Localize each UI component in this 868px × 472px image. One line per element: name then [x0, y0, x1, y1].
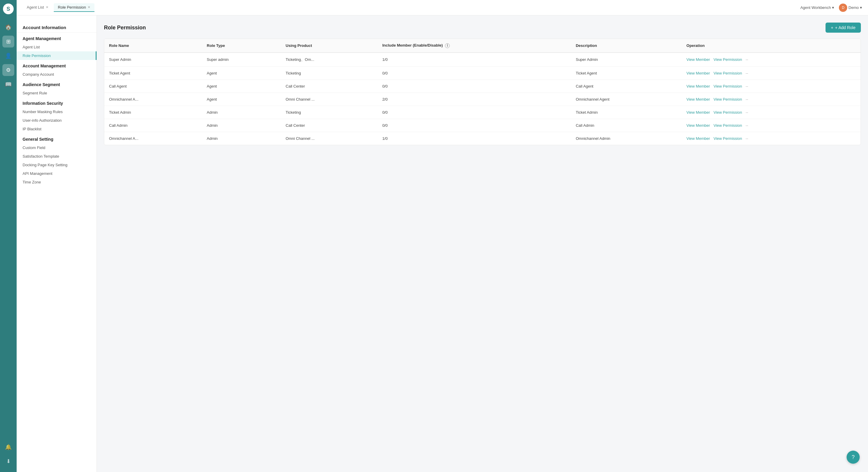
view-permission-btn[interactable]: View Permission: [714, 136, 742, 141]
view-permission-btn[interactable]: View Permission: [714, 110, 742, 114]
view-member-btn[interactable]: View Member: [686, 123, 710, 128]
tab-role-permission[interactable]: Role Permission ✕: [54, 3, 95, 12]
cell-role-name: Call Admin: [104, 119, 202, 132]
view-member-btn[interactable]: View Member: [686, 71, 710, 75]
sidebar-item-docking-page[interactable]: Docking Page Key Setting: [17, 161, 97, 169]
sidebar-item-segment-rule[interactable]: Segment Rule: [17, 89, 97, 97]
nav-book-icon[interactable]: 📖: [2, 78, 14, 90]
sidebar-section-general-setting: General Setting: [17, 134, 97, 143]
table-row: Call Admin Admin Call Center 0/0 Call Ad…: [104, 119, 861, 132]
cell-role-type: Admin: [202, 132, 281, 145]
nav-home-icon[interactable]: 🏠: [2, 21, 14, 33]
nav-settings-icon[interactable]: ⚙: [2, 64, 14, 76]
table-row: Super Admin Super admin Ticketing、Om... …: [104, 53, 861, 67]
icon-bar: S 🏠 ⊞ 👤 ⚙ 📖 🔔 ⬇: [0, 0, 17, 472]
sidebar-item-role-permission[interactable]: Role Permission: [17, 52, 97, 60]
view-permission-btn[interactable]: View Permission: [714, 57, 742, 62]
view-member-btn[interactable]: View Member: [686, 84, 710, 89]
col-operation: Operation: [682, 39, 861, 53]
sidebar-section-audience-segment: Audience Segment: [17, 80, 97, 89]
operation-dash: --: [746, 123, 748, 128]
operation-dash: --: [746, 57, 748, 62]
cell-include-member: 0/0: [377, 67, 571, 79]
sidebar-item-user-info-auth[interactable]: User-info Authorization: [17, 116, 97, 125]
view-permission-btn[interactable]: View Permission: [714, 97, 742, 102]
view-permission-btn[interactable]: View Permission: [714, 84, 742, 89]
tab-bar: Agent List ✕ Role Permission ✕: [23, 3, 94, 12]
help-button[interactable]: ?: [847, 451, 860, 464]
user-chevron-icon: ▾: [860, 5, 862, 10]
cell-description: Call Agent: [571, 79, 682, 93]
view-member-btn[interactable]: View Member: [686, 97, 710, 102]
nav-right: Agent Workbench ▾ D Demo ▾: [800, 4, 862, 12]
nav-user-icon[interactable]: 👤: [2, 50, 14, 62]
cell-operation: View Member View Permission --: [682, 93, 861, 106]
cell-include-member: 0/0: [377, 79, 571, 93]
col-using-product: Using Product: [281, 39, 377, 53]
user-menu[interactable]: D Demo ▾: [839, 4, 862, 12]
tab-close-agent-list[interactable]: ✕: [46, 5, 49, 9]
operation-dash: --: [746, 71, 748, 75]
nav-download-icon[interactable]: ⬇: [2, 456, 14, 467]
col-include-member: Include Member (Enable/Disable) ℹ: [377, 39, 571, 53]
tab-agent-list[interactable]: Agent List ✕: [23, 3, 53, 12]
cell-operation: View Member View Permission --: [682, 106, 861, 119]
cell-using-product: Call Center: [281, 79, 377, 93]
sidebar-section-account-management: Account Management: [17, 61, 97, 70]
operation-dash: --: [746, 97, 748, 102]
include-member-info-icon[interactable]: ℹ: [445, 43, 450, 48]
sidebar-item-custom-field[interactable]: Custom Field: [17, 143, 97, 152]
cell-using-product: Call Center: [281, 119, 377, 132]
workspace-switcher[interactable]: Agent Workbench ▾: [800, 5, 834, 10]
sidebar-item-company-account[interactable]: Company Account: [17, 70, 97, 79]
sidebar-section-information-security: Information Security: [17, 99, 97, 107]
page-header: Role Permission + + Add Role: [104, 23, 861, 33]
cell-role-name: Ticket Agent: [104, 67, 202, 79]
table-row: Ticket Admin Admin Ticketing 0/0 Ticket …: [104, 106, 861, 119]
cell-role-type: Agent: [202, 93, 281, 106]
cell-operation: View Member View Permission --: [682, 79, 861, 93]
table-row: Call Agent Agent Call Center 0/0 Call Ag…: [104, 79, 861, 93]
cell-role-type: Agent: [202, 79, 281, 93]
nav-bell-icon[interactable]: 🔔: [2, 441, 14, 453]
role-table-container: Role Name Role Type Using Product Includ…: [104, 39, 861, 145]
view-member-btn[interactable]: View Member: [686, 57, 710, 62]
view-permission-btn[interactable]: View Permission: [714, 123, 742, 128]
sidebar-item-time-zone[interactable]: Time Zone: [17, 178, 97, 187]
col-role-name: Role Name: [104, 39, 202, 53]
cell-role-type: Agent: [202, 67, 281, 79]
col-role-type: Role Type: [202, 39, 281, 53]
cell-role-type: Admin: [202, 119, 281, 132]
cell-description: Ticket Admin: [571, 106, 682, 119]
help-icon: ?: [852, 454, 855, 461]
cell-role-type: Admin: [202, 106, 281, 119]
cell-using-product: Ticketing、Om...: [281, 53, 377, 67]
sidebar-item-api-management[interactable]: API Management: [17, 169, 97, 178]
cell-include-member: 2/0: [377, 93, 571, 106]
top-nav: Agent List ✕ Role Permission ✕ Agent Wor…: [17, 0, 868, 15]
cell-description: Omnichannel Agent: [571, 93, 682, 106]
tab-close-role-permission[interactable]: ✕: [88, 5, 90, 9]
table-row: Ticket Agent Agent Ticketing 0/0 Ticket …: [104, 67, 861, 79]
sidebar-item-ip-blacklist[interactable]: IP Blacklist: [17, 125, 97, 133]
operation-dash: --: [746, 136, 748, 141]
cell-operation: View Member View Permission --: [682, 132, 861, 145]
view-member-btn[interactable]: View Member: [686, 136, 710, 141]
table-row: Omnichannel A... Admin Omni Channel ... …: [104, 132, 861, 145]
main-panel: Role Permission + + Add Role Role Name R…: [97, 15, 868, 472]
cell-operation: View Member View Permission --: [682, 67, 861, 79]
cell-include-member: 1/0: [377, 53, 571, 67]
view-member-btn[interactable]: View Member: [686, 110, 710, 114]
col-description: Description: [571, 39, 682, 53]
cell-include-member: 0/0: [377, 119, 571, 132]
cell-using-product: Omni Channel ...: [281, 93, 377, 106]
cell-role-name: Omnichannel A...: [104, 132, 202, 145]
view-permission-btn[interactable]: View Permission: [714, 71, 742, 75]
sidebar-item-number-masking[interactable]: Number Masking Rules: [17, 107, 97, 116]
nav-dashboard-icon[interactable]: ⊞: [2, 36, 14, 47]
sidebar-item-satisfaction-template[interactable]: Satisfaction Template: [17, 152, 97, 161]
app-logo: S: [3, 4, 14, 14]
add-role-button[interactable]: + + Add Role: [826, 23, 861, 33]
cell-description: Call Admin: [571, 119, 682, 132]
sidebar-item-agent-list[interactable]: Agent List: [17, 43, 97, 52]
